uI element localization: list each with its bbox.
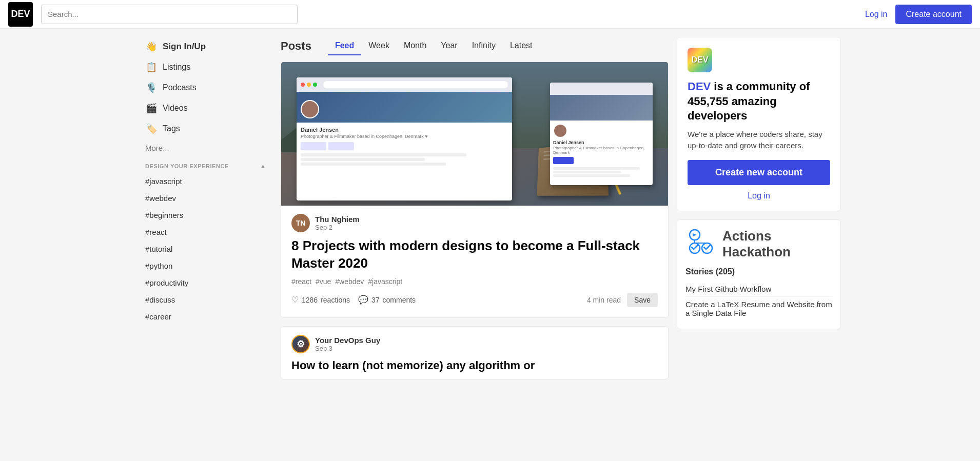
sidebar-tag-tutorial[interactable]: #tutorial (139, 240, 272, 257)
post-title-2[interactable]: How to learn (not memorize) any algorith… (291, 358, 658, 373)
author-name-2: Your DevOps Guy (315, 336, 380, 345)
hackathon-title-line1: Actions (722, 228, 791, 244)
post-1-body: TN Thu Nghiem Sep 2 8 Projects with mode… (281, 206, 668, 317)
hackathon-title: Actions Hackathon (722, 228, 791, 260)
sidebar-label-listings: Listings (163, 63, 190, 72)
dev-logo-widget: DEV (688, 48, 830, 72)
header: DEV Log in Create account (0, 0, 980, 29)
sidebar-tag-productivity[interactable]: #productivity (139, 274, 272, 291)
tab-latest[interactable]: Latest (503, 37, 540, 55)
author-info-1: Thu Nghiem Sep 2 (315, 215, 360, 231)
author-info-2: Your DevOps Guy Sep 3 (315, 336, 380, 352)
tab-month[interactable]: Month (397, 37, 434, 55)
author-date-2: Sep 3 (315, 345, 380, 352)
hackathon-title-line2: Hackathon (722, 244, 791, 260)
author-avatar-2: ⚙ (291, 335, 310, 353)
author-avatar-1: TN (291, 214, 310, 232)
sidebar-tag-beginners[interactable]: #beginners (139, 207, 272, 224)
post-2-body: ⚙ Your DevOps Guy Sep 3 How to learn (no… (281, 327, 668, 379)
story-link-2[interactable]: Create a LaTeX Resume and Website from a… (685, 297, 832, 320)
svg-marker-1 (693, 233, 697, 236)
comments-label: comments (383, 296, 416, 304)
comments-count-1[interactable]: 💬 37 comments (358, 295, 416, 305)
sidebar-label-sign-in-up: Sign In/Up (163, 42, 206, 52)
sidebar-section-label: DESIGN YOUR EXPERIENCE ▲ (139, 156, 272, 173)
sidebar-tag-react[interactable]: #react (139, 224, 272, 240)
actions-icon (685, 229, 716, 259)
post-card-1: Daniel Jensen Photographer & Filmmaker b… (281, 62, 669, 318)
community-description: We're a place where coders share, stay u… (688, 129, 830, 152)
video-icon: 🎬 (145, 103, 158, 114)
main-layout: 👋 Sign In/Up 📋 Listings 🎙️ Podcasts 🎬 Vi… (131, 29, 849, 396)
posts-header: Posts Feed Week Month Year Infinity Late… (281, 37, 669, 55)
story-link-1[interactable]: My First Github Workflow (685, 282, 832, 297)
stories-count: Stories (205) (685, 267, 832, 276)
sidebar: 👋 Sign In/Up 📋 Listings 🎙️ Podcasts 🎬 Vi… (139, 37, 272, 388)
reactions-number: 1286 (302, 296, 318, 304)
chevron-up-icon: ▲ (260, 163, 266, 170)
wave-icon: 👋 (145, 41, 158, 52)
sidebar-tag-career[interactable]: #career (139, 308, 272, 325)
post-tag-vue[interactable]: #vue (316, 277, 331, 286)
post-card-2: ⚙ Your DevOps Guy Sep 3 How to learn (no… (281, 326, 669, 380)
heart-icon: ♡ (291, 295, 299, 305)
community-tagline: DEV is a community of 455,755 amazing de… (688, 79, 830, 124)
sidebar-item-videos[interactable]: 🎬 Videos (139, 98, 272, 118)
sidebar-label-podcasts: Podcasts (163, 83, 197, 92)
sidebar-more-button[interactable]: More... (139, 139, 272, 156)
sidebar-label-tags: Tags (163, 124, 180, 133)
mic-icon: 🎙️ (145, 82, 158, 93)
reactions-count-1[interactable]: ♡ 1286 reactions (291, 295, 350, 305)
post-2-author: ⚙ Your DevOps Guy Sep 3 (291, 335, 658, 353)
tab-feed[interactable]: Feed (328, 37, 361, 55)
posts-tabs: Feed Week Month Year Infinity Latest (328, 37, 540, 55)
comment-icon: 💬 (358, 295, 368, 305)
post-tag-javascript[interactable]: #javascript (368, 277, 402, 286)
sidebar-item-tags[interactable]: 🏷️ Tags (139, 119, 272, 138)
post-footer-1: ♡ 1286 reactions 💬 37 comments 4 min rea… (291, 293, 658, 307)
sidebar-item-podcasts[interactable]: 🎙️ Podcasts (139, 78, 272, 97)
post-tags-1: #react #vue #webdev #javascript (291, 277, 658, 286)
post-meta-1: ♡ 1286 reactions 💬 37 comments (291, 295, 416, 305)
sidebar-tag-webdev[interactable]: #webdev (139, 190, 272, 207)
hackathon-widget: Actions Hackathon Stories (205) My First… (677, 219, 841, 329)
sidebar-label-videos: Videos (163, 104, 188, 113)
save-button-1[interactable]: Save (627, 293, 658, 307)
center-content: Posts Feed Week Month Year Infinity Late… (281, 37, 669, 388)
read-time-1: 4 min read (587, 296, 621, 304)
community-widget: DEV DEV is a community of 455,755 amazin… (677, 37, 841, 211)
create-new-account-button[interactable]: Create new account (688, 160, 830, 185)
reactions-label: reactions (321, 296, 350, 304)
author-name-1: Thu Nghiem (315, 215, 360, 224)
tag-icon: 🏷️ (145, 123, 158, 134)
dev-rainbow-logo: DEV (688, 48, 712, 72)
post-cover-image: Daniel Jensen Photographer & Filmmaker b… (281, 62, 668, 206)
create-account-button[interactable]: Create account (895, 5, 972, 24)
listings-icon: 📋 (145, 62, 158, 73)
post-1-author: TN Thu Nghiem Sep 2 (291, 214, 658, 232)
widget-login-link[interactable]: Log in (688, 191, 830, 201)
post-tag-webdev[interactable]: #webdev (335, 277, 364, 286)
sidebar-item-sign-in-up[interactable]: 👋 Sign In/Up (139, 37, 272, 56)
sidebar-tag-python[interactable]: #python (139, 257, 272, 274)
author-date-1: Sep 2 (315, 224, 360, 231)
sidebar-item-listings[interactable]: 📋 Listings (139, 57, 272, 77)
comments-number: 37 (371, 296, 380, 304)
tab-infinity[interactable]: Infinity (465, 37, 503, 55)
right-sidebar: DEV DEV is a community of 455,755 amazin… (677, 37, 841, 388)
dev-logo: DEV (8, 2, 33, 27)
post-tag-react[interactable]: #react (291, 277, 311, 286)
post-right-1: 4 min read Save (587, 293, 658, 307)
tab-year[interactable]: Year (434, 37, 464, 55)
search-input[interactable] (41, 5, 298, 24)
sidebar-tag-javascript[interactable]: #javascript (139, 173, 272, 190)
dev-brand-text: DEV (688, 80, 711, 93)
post-title-1[interactable]: 8 Projects with modern designs to become… (291, 237, 658, 272)
tab-week[interactable]: Week (361, 37, 397, 55)
login-link[interactable]: Log in (865, 10, 888, 19)
posts-title: Posts (281, 39, 311, 53)
hackathon-header: Actions Hackathon (685, 228, 832, 260)
sidebar-tag-discuss[interactable]: #discuss (139, 291, 272, 308)
